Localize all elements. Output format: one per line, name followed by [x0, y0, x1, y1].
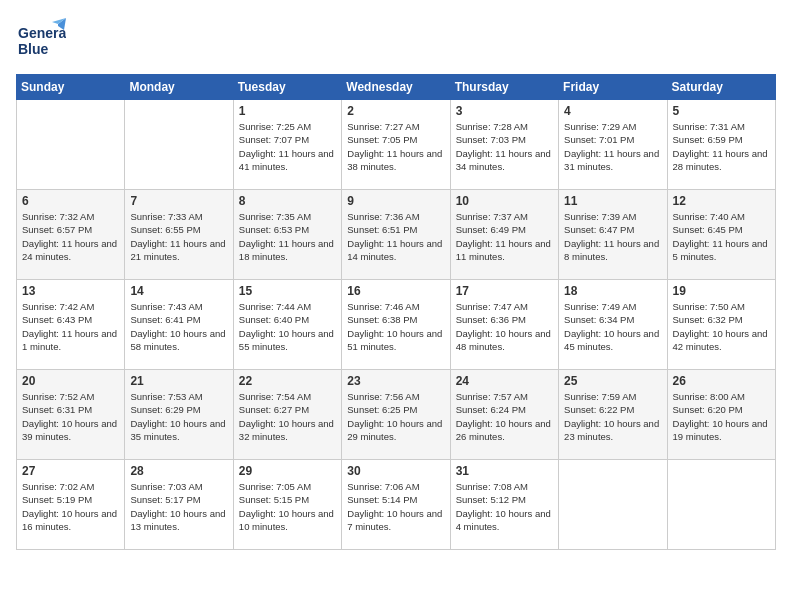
day-content: Sunrise: 7:35 AM Sunset: 6:53 PM Dayligh… — [239, 210, 336, 263]
day-content: Sunrise: 7:29 AM Sunset: 7:01 PM Dayligh… — [564, 120, 661, 173]
calendar-cell: 16Sunrise: 7:46 AM Sunset: 6:38 PM Dayli… — [342, 280, 450, 370]
svg-text:Blue: Blue — [18, 41, 49, 57]
calendar-header-friday: Friday — [559, 75, 667, 100]
day-number: 6 — [22, 194, 119, 208]
day-content: Sunrise: 8:00 AM Sunset: 6:20 PM Dayligh… — [673, 390, 770, 443]
calendar-cell: 23Sunrise: 7:56 AM Sunset: 6:25 PM Dayli… — [342, 370, 450, 460]
calendar-week-row: 1Sunrise: 7:25 AM Sunset: 7:07 PM Daylig… — [17, 100, 776, 190]
day-number: 3 — [456, 104, 553, 118]
calendar-cell: 1Sunrise: 7:25 AM Sunset: 7:07 PM Daylig… — [233, 100, 341, 190]
day-number: 29 — [239, 464, 336, 478]
day-number: 20 — [22, 374, 119, 388]
day-number: 25 — [564, 374, 661, 388]
calendar-header-thursday: Thursday — [450, 75, 558, 100]
day-content: Sunrise: 7:27 AM Sunset: 7:05 PM Dayligh… — [347, 120, 444, 173]
day-number: 21 — [130, 374, 227, 388]
day-number: 19 — [673, 284, 770, 298]
day-content: Sunrise: 7:28 AM Sunset: 7:03 PM Dayligh… — [456, 120, 553, 173]
day-content: Sunrise: 7:40 AM Sunset: 6:45 PM Dayligh… — [673, 210, 770, 263]
calendar-cell: 20Sunrise: 7:52 AM Sunset: 6:31 PM Dayli… — [17, 370, 125, 460]
calendar-header-tuesday: Tuesday — [233, 75, 341, 100]
day-content: Sunrise: 7:42 AM Sunset: 6:43 PM Dayligh… — [22, 300, 119, 353]
calendar-cell: 17Sunrise: 7:47 AM Sunset: 6:36 PM Dayli… — [450, 280, 558, 370]
logo: General Blue — [16, 16, 66, 66]
calendar-cell: 29Sunrise: 7:05 AM Sunset: 5:15 PM Dayli… — [233, 460, 341, 550]
day-number: 12 — [673, 194, 770, 208]
calendar-cell: 12Sunrise: 7:40 AM Sunset: 6:45 PM Dayli… — [667, 190, 775, 280]
day-content: Sunrise: 7:44 AM Sunset: 6:40 PM Dayligh… — [239, 300, 336, 353]
calendar-header-wednesday: Wednesday — [342, 75, 450, 100]
day-number: 7 — [130, 194, 227, 208]
day-content: Sunrise: 7:32 AM Sunset: 6:57 PM Dayligh… — [22, 210, 119, 263]
day-content: Sunrise: 7:31 AM Sunset: 6:59 PM Dayligh… — [673, 120, 770, 173]
calendar-cell: 5Sunrise: 7:31 AM Sunset: 6:59 PM Daylig… — [667, 100, 775, 190]
calendar-cell: 26Sunrise: 8:00 AM Sunset: 6:20 PM Dayli… — [667, 370, 775, 460]
calendar-cell — [667, 460, 775, 550]
calendar-cell: 4Sunrise: 7:29 AM Sunset: 7:01 PM Daylig… — [559, 100, 667, 190]
calendar-body: 1Sunrise: 7:25 AM Sunset: 7:07 PM Daylig… — [17, 100, 776, 550]
day-number: 17 — [456, 284, 553, 298]
day-content: Sunrise: 7:37 AM Sunset: 6:49 PM Dayligh… — [456, 210, 553, 263]
day-number: 1 — [239, 104, 336, 118]
calendar-cell: 19Sunrise: 7:50 AM Sunset: 6:32 PM Dayli… — [667, 280, 775, 370]
calendar-header-row: SundayMondayTuesdayWednesdayThursdayFrid… — [17, 75, 776, 100]
day-content: Sunrise: 7:59 AM Sunset: 6:22 PM Dayligh… — [564, 390, 661, 443]
calendar-cell: 28Sunrise: 7:03 AM Sunset: 5:17 PM Dayli… — [125, 460, 233, 550]
calendar-week-row: 20Sunrise: 7:52 AM Sunset: 6:31 PM Dayli… — [17, 370, 776, 460]
calendar-cell: 24Sunrise: 7:57 AM Sunset: 6:24 PM Dayli… — [450, 370, 558, 460]
day-content: Sunrise: 7:57 AM Sunset: 6:24 PM Dayligh… — [456, 390, 553, 443]
calendar-week-row: 13Sunrise: 7:42 AM Sunset: 6:43 PM Dayli… — [17, 280, 776, 370]
calendar-cell: 11Sunrise: 7:39 AM Sunset: 6:47 PM Dayli… — [559, 190, 667, 280]
calendar-cell: 30Sunrise: 7:06 AM Sunset: 5:14 PM Dayli… — [342, 460, 450, 550]
day-number: 5 — [673, 104, 770, 118]
day-content: Sunrise: 7:43 AM Sunset: 6:41 PM Dayligh… — [130, 300, 227, 353]
day-number: 15 — [239, 284, 336, 298]
calendar-cell: 13Sunrise: 7:42 AM Sunset: 6:43 PM Dayli… — [17, 280, 125, 370]
day-number: 24 — [456, 374, 553, 388]
day-number: 14 — [130, 284, 227, 298]
calendar-cell — [17, 100, 125, 190]
calendar-header-saturday: Saturday — [667, 75, 775, 100]
calendar-cell: 9Sunrise: 7:36 AM Sunset: 6:51 PM Daylig… — [342, 190, 450, 280]
day-number: 18 — [564, 284, 661, 298]
calendar-cell: 7Sunrise: 7:33 AM Sunset: 6:55 PM Daylig… — [125, 190, 233, 280]
day-number: 22 — [239, 374, 336, 388]
day-content: Sunrise: 7:49 AM Sunset: 6:34 PM Dayligh… — [564, 300, 661, 353]
calendar-week-row: 6Sunrise: 7:32 AM Sunset: 6:57 PM Daylig… — [17, 190, 776, 280]
day-number: 8 — [239, 194, 336, 208]
day-number: 28 — [130, 464, 227, 478]
calendar-cell — [125, 100, 233, 190]
day-number: 16 — [347, 284, 444, 298]
logo-icon: General Blue — [16, 16, 66, 66]
calendar-cell: 21Sunrise: 7:53 AM Sunset: 6:29 PM Dayli… — [125, 370, 233, 460]
calendar-header-monday: Monday — [125, 75, 233, 100]
day-content: Sunrise: 7:54 AM Sunset: 6:27 PM Dayligh… — [239, 390, 336, 443]
calendar-cell: 27Sunrise: 7:02 AM Sunset: 5:19 PM Dayli… — [17, 460, 125, 550]
day-content: Sunrise: 7:05 AM Sunset: 5:15 PM Dayligh… — [239, 480, 336, 533]
calendar-cell: 15Sunrise: 7:44 AM Sunset: 6:40 PM Dayli… — [233, 280, 341, 370]
calendar-week-row: 27Sunrise: 7:02 AM Sunset: 5:19 PM Dayli… — [17, 460, 776, 550]
calendar-cell: 6Sunrise: 7:32 AM Sunset: 6:57 PM Daylig… — [17, 190, 125, 280]
calendar-cell: 14Sunrise: 7:43 AM Sunset: 6:41 PM Dayli… — [125, 280, 233, 370]
day-number: 11 — [564, 194, 661, 208]
calendar-cell: 3Sunrise: 7:28 AM Sunset: 7:03 PM Daylig… — [450, 100, 558, 190]
svg-text:General: General — [18, 25, 66, 41]
calendar-cell: 8Sunrise: 7:35 AM Sunset: 6:53 PM Daylig… — [233, 190, 341, 280]
calendar-cell: 18Sunrise: 7:49 AM Sunset: 6:34 PM Dayli… — [559, 280, 667, 370]
day-number: 2 — [347, 104, 444, 118]
calendar-cell — [559, 460, 667, 550]
day-content: Sunrise: 7:50 AM Sunset: 6:32 PM Dayligh… — [673, 300, 770, 353]
day-content: Sunrise: 7:36 AM Sunset: 6:51 PM Dayligh… — [347, 210, 444, 263]
day-number: 4 — [564, 104, 661, 118]
day-content: Sunrise: 7:46 AM Sunset: 6:38 PM Dayligh… — [347, 300, 444, 353]
day-number: 30 — [347, 464, 444, 478]
calendar-cell: 25Sunrise: 7:59 AM Sunset: 6:22 PM Dayli… — [559, 370, 667, 460]
day-content: Sunrise: 7:52 AM Sunset: 6:31 PM Dayligh… — [22, 390, 119, 443]
day-number: 26 — [673, 374, 770, 388]
day-content: Sunrise: 7:56 AM Sunset: 6:25 PM Dayligh… — [347, 390, 444, 443]
day-content: Sunrise: 7:39 AM Sunset: 6:47 PM Dayligh… — [564, 210, 661, 263]
calendar-cell: 10Sunrise: 7:37 AM Sunset: 6:49 PM Dayli… — [450, 190, 558, 280]
day-content: Sunrise: 7:06 AM Sunset: 5:14 PM Dayligh… — [347, 480, 444, 533]
calendar-table: SundayMondayTuesdayWednesdayThursdayFrid… — [16, 74, 776, 550]
day-number: 13 — [22, 284, 119, 298]
